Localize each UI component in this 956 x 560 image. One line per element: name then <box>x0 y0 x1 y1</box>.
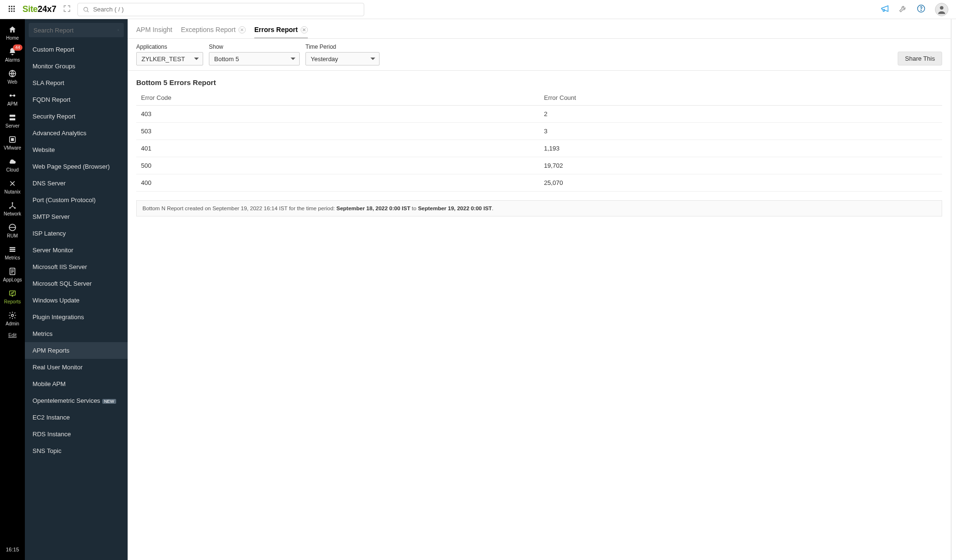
svg-point-12 <box>921 10 921 11</box>
rail-applogs-label: AppLogs <box>3 277 22 282</box>
rail-vmware-label: VMware <box>4 145 22 151</box>
svg-rect-6 <box>9 11 10 12</box>
sidebar-item[interactable]: Custom Report <box>25 41 128 58</box>
cell-error-code: 401 <box>136 140 539 157</box>
sidebar-item[interactable]: Windows Update <box>25 292 128 309</box>
rail-network[interactable]: Network <box>0 198 25 220</box>
sidebar-item[interactable]: SMTP Server <box>25 208 128 225</box>
time-period-select[interactable]: Yesterday <box>305 52 380 65</box>
rail-metrics[interactable]: Metrics <box>0 242 25 264</box>
cell-error-code: 403 <box>136 106 539 123</box>
sidebar-search[interactable] <box>29 23 124 37</box>
rail-server[interactable]: Server <box>0 110 25 132</box>
sidebar-item[interactable]: Microsoft IIS Server <box>25 258 128 275</box>
sidebar-item-label: DNS Server <box>33 180 65 187</box>
cell-error-count: 25,070 <box>539 174 942 192</box>
cell-error-code: 500 <box>136 157 539 174</box>
sidebar-item[interactable]: Metrics <box>25 325 128 342</box>
rail-metrics-label: Metrics <box>5 255 20 260</box>
rail-alarms[interactable]: 44 Alarms <box>0 44 25 66</box>
share-button[interactable]: Share This <box>898 52 942 65</box>
sidebar-item[interactable]: DNS Server <box>25 175 128 192</box>
tab[interactable]: Errors Report✕ <box>254 24 308 38</box>
rail-admin-label: Admin <box>6 321 19 326</box>
applications-select[interactable]: ZYLKER_TEST <box>136 52 203 65</box>
rail-network-label: Network <box>4 211 22 216</box>
sidebar-item[interactable]: FQDN Report <box>25 91 128 108</box>
svg-point-28 <box>118 30 119 31</box>
rail-reports[interactable]: Reports <box>0 286 25 308</box>
rail-cloud[interactable]: Cloud <box>0 154 25 176</box>
expand-icon[interactable] <box>63 5 71 14</box>
brand-logo-black: 24x7 <box>38 4 56 14</box>
reports-icon <box>8 289 17 298</box>
rail-web[interactable]: Web <box>0 66 25 88</box>
sidebar-item[interactable]: Plugin Integrations <box>25 309 128 325</box>
rail-home[interactable]: Home <box>0 22 25 44</box>
announcement-icon[interactable] <box>880 4 889 14</box>
new-tag: NEW <box>102 399 116 404</box>
col-error-code: Error Code <box>136 90 539 106</box>
wrench-icon[interactable] <box>899 4 907 14</box>
sidebar-item-label: Custom Report <box>33 46 74 53</box>
sidebar-item[interactable]: ISP Latency <box>25 225 128 242</box>
apps-grid-icon[interactable] <box>8 5 16 14</box>
time-period-select-value: Yesterday <box>311 55 338 63</box>
globe-icon <box>8 69 17 78</box>
rail-nutanix[interactable]: Nutanix <box>0 176 25 198</box>
home-icon <box>8 25 17 34</box>
rail-admin[interactable]: Admin <box>0 308 25 330</box>
close-icon[interactable]: ✕ <box>301 26 308 33</box>
sidebar-item[interactable]: Website <box>25 141 128 158</box>
sidebar-search-input[interactable] <box>33 27 114 34</box>
help-icon[interactable] <box>917 4 925 14</box>
show-select[interactable]: Bottom 5 <box>209 52 300 65</box>
network-icon <box>8 201 17 210</box>
right-gutter <box>951 19 956 560</box>
sidebar-item[interactable]: SNS Topic <box>25 442 128 459</box>
sidebar-item[interactable]: Advanced Analytics <box>25 125 128 141</box>
svg-rect-2 <box>13 6 15 7</box>
close-icon[interactable]: ✕ <box>239 26 246 33</box>
sidebar-item[interactable]: APM Reports <box>25 342 128 359</box>
rail-vmware[interactable]: VMware <box>0 132 25 154</box>
table-row: 50019,702 <box>136 157 942 174</box>
sidebar-item[interactable]: SLA Report <box>25 75 128 91</box>
sidebar-item[interactable]: Port (Custom Protocol) <box>25 192 128 208</box>
sidebar-item[interactable]: Server Monitor <box>25 242 128 258</box>
global-search[interactable] <box>77 3 364 16</box>
brand-logo-green: Site <box>22 4 38 14</box>
sidebar-item[interactable]: EC2 Instance <box>25 409 128 426</box>
rail-home-label: Home <box>6 35 19 41</box>
rail-edit-link[interactable]: Edit <box>8 330 16 341</box>
rail-rum[interactable]: RUM <box>0 220 25 242</box>
sidebar-item-label: Security Report <box>33 113 76 120</box>
alarm-badge: 44 <box>13 44 22 51</box>
global-search-input[interactable] <box>93 6 359 13</box>
filter-show-label: Show <box>209 43 300 50</box>
rail-applogs[interactable]: AppLogs <box>0 264 25 286</box>
rail-apm[interactable]: APM <box>0 88 25 110</box>
sidebar-item[interactable]: Mobile APM <box>25 376 128 392</box>
sidebar-item[interactable]: Microsoft SQL Server <box>25 275 128 292</box>
sidebar-item-label: SNS Topic <box>33 447 61 454</box>
tab[interactable]: APM Insight <box>136 24 172 38</box>
applications-select-value: ZYLKER_TEST <box>141 55 185 63</box>
rail-rum-label: RUM <box>7 233 18 238</box>
rail-apm-label: APM <box>7 101 18 107</box>
sidebar-item-label: Microsoft IIS Server <box>33 263 87 270</box>
report-title: Bottom 5 Errors Report <box>136 78 942 86</box>
cell-error-count: 3 <box>539 123 942 140</box>
sidebar-item[interactable]: Web Page Speed (Browser) <box>25 158 128 175</box>
sidebar-item[interactable]: Opentelemetric ServicesNEW <box>25 392 128 409</box>
sidebar-item[interactable]: Real User Monitor <box>25 359 128 376</box>
sidebar-item[interactable]: RDS Instance <box>25 426 128 442</box>
sidebar-item[interactable]: Security Report <box>25 108 128 125</box>
svg-rect-1 <box>11 6 12 7</box>
tab[interactable]: Exceptions Report✕ <box>181 24 245 38</box>
sidebar-item[interactable]: Monitor Groups <box>25 58 128 75</box>
svg-point-16 <box>13 95 16 97</box>
sidebar: Custom ReportMonitor GroupsSLA ReportFQD… <box>25 19 128 560</box>
sidebar-item-label: Real User Monitor <box>33 364 83 371</box>
user-avatar[interactable] <box>935 3 948 16</box>
